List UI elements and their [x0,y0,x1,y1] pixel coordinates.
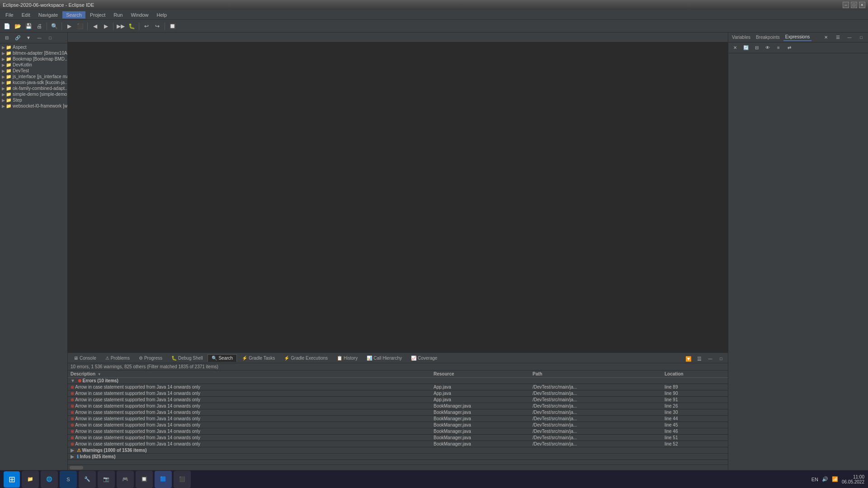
volume-icon[interactable]: 🔊 [822,476,828,482]
print-button[interactable]: 🖨 [34,21,44,31]
search-tb-button[interactable]: 🔍 [49,21,59,31]
remove-expression-button[interactable]: ✕ [730,43,740,53]
menu-edit[interactable]: Edit [18,11,34,19]
tree-item-kucoin[interactable]: ▶ 📁 kucoin-java-sdk [kucoin-ja... [0,80,67,85]
maximize-view-button[interactable]: □ [45,33,55,43]
col-description[interactable]: Description ▼ [68,371,431,378]
collapse-all-expr[interactable]: ⊟ [752,43,762,53]
taskbar-slack[interactable]: 🎮 [117,471,134,488]
tab-coverage[interactable]: 📈 Coverage [407,354,441,362]
open-button[interactable]: 📂 [13,21,23,31]
collapse-all-button[interactable]: ⊟ [2,33,12,43]
stop-button[interactable]: ⬛ [75,21,85,31]
back-button[interactable]: ◀ [90,21,100,31]
prev-edit-button[interactable]: ↩ [142,21,151,31]
tree-item-devtest[interactable]: ▶ 📁 DevTest [0,68,67,74]
link-with-editor-button[interactable]: 🔗 [13,33,23,43]
col-resource[interactable]: Resource [431,371,530,378]
perspective-button[interactable]: 🔲 [167,21,177,31]
switch-variable-view-button[interactable]: ⇄ [784,43,794,53]
show-detail-button[interactable]: ≡ [774,43,783,53]
taskbar-files[interactable]: 📁 [22,471,39,488]
tree-item-devkotlin[interactable]: ▶ 📁 DevKotlin [0,62,67,68]
tab-progress[interactable]: ⚙ Progress [135,354,166,362]
tree-item-aspect[interactable]: ▶ 📁 Aspect [0,44,67,50]
menu-file[interactable]: File [2,11,17,19]
taskbar-arduino[interactable]: 🔧 [79,471,96,488]
start-button[interactable]: ⊞ [4,471,20,488]
tab-variables[interactable]: Variables [730,34,752,41]
menu-search[interactable]: Search [62,11,85,19]
taskbar-app5[interactable]: 📷 [98,471,115,488]
filter-button[interactable]: 🔽 [684,354,693,364]
tab-search[interactable]: 🔍 Search [208,354,237,362]
tab-gradle-exec[interactable]: ⚡ Gradle Executions [280,354,332,362]
tab-history[interactable]: 📋 History [333,354,362,362]
table-row[interactable]: ⊗ Arrow in case statement supported from… [68,409,728,416]
table-row[interactable]: ⊗ Arrow in case statement supported from… [68,428,728,435]
col-path[interactable]: Path [530,371,662,378]
table-row[interactable]: ⊗ Arrow in case statement supported from… [68,422,728,428]
close-button[interactable]: ✕ [859,2,865,8]
run-last-button[interactable]: ▶▶ [116,21,126,31]
debug-last-button[interactable]: 🐛 [127,21,137,31]
tree-item-jsinterface[interactable]: ▶ 📁 js_interface [js_interface mas... [0,74,67,80]
tree-item-bookmap[interactable]: ▶ 📁 Bookmap [Bookmap BMD... [0,56,67,62]
close-view-button[interactable]: ✕ [821,33,831,42]
minimize-right-button[interactable]: — [844,33,854,42]
tab-expressions[interactable]: Expressions [783,33,811,41]
menu-window[interactable]: Window [127,11,152,19]
next-edit-button[interactable]: ↪ [152,21,162,31]
table-row[interactable]: ⊗ Arrow in case statement supported from… [68,435,728,441]
menu-project[interactable]: Project [86,11,109,19]
table-row[interactable]: ⊗ Arrow in case statement supported from… [68,390,728,397]
hscroll-thumb[interactable] [70,466,83,469]
tab-gradle-tasks[interactable]: ⚡ Gradle Tasks [238,354,279,362]
forward-button[interactable]: ▶ [101,21,111,31]
table-row[interactable]: ⊗ Arrow in case statement supported from… [68,416,728,422]
add-watchpoint-button[interactable]: 👁 [763,43,773,53]
menu-help[interactable]: Help [153,11,171,19]
tree-item-simpledemo[interactable]: ▶ 📁 simple-demo [simple-demo... [0,91,67,97]
tree-item-step[interactable]: ▶ 📁 Step [0,97,67,103]
group-row-warnings[interactable]: ▶ ⚠ Warnings (1000 of 1536 items) [68,447,728,454]
minimize-button[interactable]: – [843,2,849,8]
taskbar-eclipse[interactable]: 🟦 [155,471,172,488]
taskbar-app9[interactable]: ⬛ [174,471,191,488]
save-button[interactable]: 💾 [24,21,33,31]
refresh-button[interactable]: 🔄 [741,43,751,53]
table-row[interactable]: ⊗ Arrow in case statement supported from… [68,441,728,447]
new-button[interactable]: 📄 [2,21,12,31]
tab-debugshell[interactable]: 🐛 Debug Shell [167,354,207,362]
tab-problems[interactable]: ⚠ Problems [101,354,134,362]
table-row[interactable]: ⊗ Arrow in case statement supported from… [68,384,728,390]
minimize-bottom[interactable]: — [705,354,715,364]
minimize-view-button[interactable]: — [34,33,44,43]
editor-content[interactable] [68,42,728,352]
taskbar-app7[interactable]: 🔲 [136,471,153,488]
group-row-infos[interactable]: ▶ ℹ Infos (825 items) [68,454,728,460]
maximize-button[interactable]: □ [851,2,857,8]
network-icon[interactable]: 📶 [832,476,838,482]
tree-item-bitmex[interactable]: ▶ 📁 bitmex-adapter [Bitmex10A... [0,50,67,56]
view-options-button[interactable]: ☰ [833,33,843,42]
view-menu-button[interactable]: ▼ [24,33,33,43]
maximize-right-button[interactable]: □ [856,33,866,42]
debug-button[interactable]: ▶ [64,21,74,31]
taskbar-skype[interactable]: S [60,471,77,488]
tab-console[interactable]: 🖥 Console [70,354,100,362]
tree-item-websocket[interactable]: ▶ 📁 websocket-l0-framework [we... [0,103,67,109]
maximize-bottom[interactable]: □ [716,354,726,364]
table-row[interactable]: ⊗ Arrow in case statement supported from… [68,403,728,409]
horizontal-scrollbar[interactable] [68,465,728,470]
system-clock[interactable]: 11:00 06.05.2022 [842,474,864,484]
problems-scroll-area[interactable]: Description ▼ Resource Path Location [68,371,728,465]
tab-breakpoints[interactable]: Breakpoints [754,34,782,41]
menu-navigate[interactable]: Navigate [35,11,61,19]
table-row[interactable]: ⊗ Arrow in case statement supported from… [68,397,728,403]
menu-run[interactable]: Run [110,11,126,19]
tree-item-okfamily[interactable]: ▶ 📁 ok-family-combined-adapt... [0,85,67,91]
tab-callhierarchy[interactable]: 📊 Call Hierarchy [363,354,406,362]
view-menu-bottom[interactable]: ☰ [694,354,704,364]
col-location[interactable]: Location [662,371,728,378]
